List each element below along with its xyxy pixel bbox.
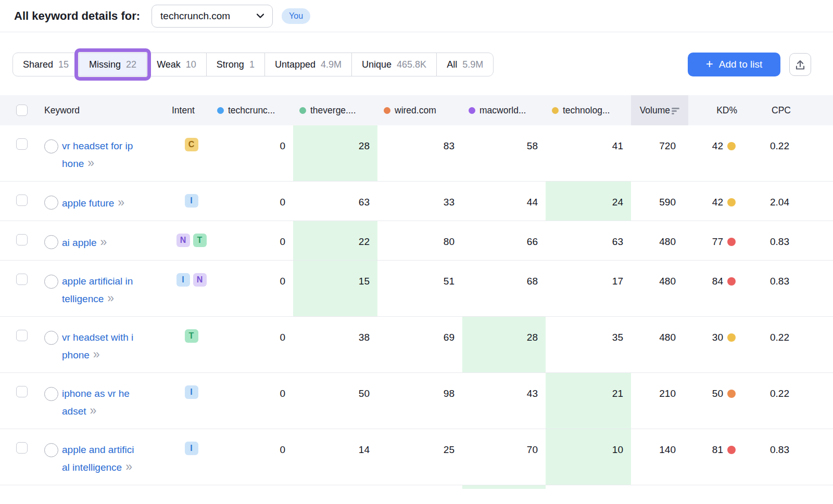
table-header-row: Keyword Intent techcrunc...theverge....w… xyxy=(0,95,833,125)
column-header-keyword[interactable]: Keyword xyxy=(34,105,172,116)
domain-dot-icon xyxy=(552,107,559,114)
expand-keyword-icon[interactable] xyxy=(44,443,58,457)
table-row: ai apple»NT022806663480770.83 xyxy=(0,221,833,261)
column-header-volume[interactable]: Volume xyxy=(631,95,688,125)
keyword-link[interactable]: ai apple» xyxy=(62,234,135,251)
column-header-cpc[interactable]: CPC xyxy=(748,105,802,116)
keyword-cell: apple and artificial intelligence» xyxy=(34,429,172,485)
row-checkbox[interactable] xyxy=(16,195,28,206)
page-title: All keyword details for: xyxy=(14,9,140,23)
position-cell: 10 xyxy=(546,429,631,485)
position-cell: 21 xyxy=(546,373,631,429)
kd-cell: 42 xyxy=(688,182,748,221)
row-checkbox[interactable] xyxy=(16,138,28,150)
intent-badge-t: T xyxy=(185,329,198,343)
keyword-cell: apple future» xyxy=(34,182,172,221)
keyword-link[interactable]: iphone as vr headset» xyxy=(62,385,135,420)
open-keyword-icon[interactable]: » xyxy=(125,460,131,473)
keyword-link[interactable]: vr headset for iphone» xyxy=(62,138,135,172)
expand-keyword-icon[interactable] xyxy=(44,387,58,401)
tab-all[interactable]: All5.9M xyxy=(436,53,494,76)
row-checkbox[interactable] xyxy=(16,234,28,245)
table-body: vr headset for iphone»C028835841720420.2… xyxy=(0,125,833,485)
position-cell: 80 xyxy=(377,221,462,260)
keyword-cell: vr headset with iphone» xyxy=(34,317,172,372)
tab-label: Strong xyxy=(217,59,244,70)
keyword-link[interactable]: apple artificial intelligence» xyxy=(62,273,135,307)
position-cell: 25 xyxy=(377,429,462,485)
kd-value: 42 xyxy=(712,138,723,181)
tab-count: 4.9M xyxy=(321,59,342,70)
tab-untapped[interactable]: Untapped4.9M xyxy=(264,53,352,76)
column-header-technology[interactable]: technolog... xyxy=(546,105,631,116)
column-header-kd[interactable]: KD% xyxy=(688,105,748,116)
row-checkbox[interactable] xyxy=(16,442,28,454)
intent-badge-i: I xyxy=(185,385,198,399)
column-header-intent[interactable]: Intent xyxy=(172,105,211,116)
kd-dot-icon xyxy=(727,142,736,150)
domain-dropdown[interactable]: techcrunch.com xyxy=(152,5,273,28)
tab-count: 15 xyxy=(58,59,69,70)
open-keyword-icon[interactable]: » xyxy=(90,404,95,417)
column-header-theverge[interactable]: theverge.... xyxy=(293,105,377,116)
tab-shared[interactable]: Shared15 xyxy=(12,53,79,76)
kd-value: 77 xyxy=(712,234,723,260)
position-cell: 44 xyxy=(462,182,546,221)
column-header-macworld[interactable]: macworld... xyxy=(462,105,546,116)
intent-cell: IN xyxy=(172,261,211,316)
expand-keyword-icon[interactable] xyxy=(44,235,58,249)
keyword-cell: apple artificial intelligence» xyxy=(34,261,172,316)
select-all-checkbox[interactable] xyxy=(16,105,28,116)
intent-badge-i: I xyxy=(185,194,198,208)
open-keyword-icon[interactable]: » xyxy=(100,235,106,249)
expand-keyword-icon[interactable] xyxy=(44,331,58,345)
cpc-cell: 2.04 xyxy=(748,182,802,221)
row-checkbox[interactable] xyxy=(16,386,28,397)
keyword-cell: vr headset for iphone» xyxy=(34,125,172,181)
tab-count: 5.9M xyxy=(462,59,483,70)
column-header-techcrunch[interactable]: techcrunc... xyxy=(211,105,293,116)
open-keyword-icon[interactable]: » xyxy=(87,156,93,170)
tab-strong[interactable]: Strong1 xyxy=(206,53,265,76)
keyword-link[interactable]: apple future» xyxy=(62,194,135,212)
tab-missing[interactable]: Missing22 xyxy=(79,53,147,76)
position-cell: 41 xyxy=(546,125,631,181)
partial-row xyxy=(0,485,833,489)
kd-dot-icon xyxy=(727,390,736,398)
table-row: apple future»I063334424590422.04 xyxy=(0,182,833,221)
keyword-cell: iphone as vr headset» xyxy=(34,373,172,429)
position-cell: 24 xyxy=(546,182,631,221)
tab-weak[interactable]: Weak10 xyxy=(146,53,207,76)
intent-badge-i: I xyxy=(185,442,198,455)
keyword-link[interactable]: apple and artificial intelligence» xyxy=(62,442,135,476)
you-badge: You xyxy=(282,8,310,24)
kd-cell: 77 xyxy=(688,221,748,260)
column-header-label: technolog... xyxy=(563,105,610,116)
position-cell: 83 xyxy=(377,125,462,181)
position-cell: 28 xyxy=(293,125,377,181)
expand-keyword-icon[interactable] xyxy=(44,275,58,289)
position-cell: 63 xyxy=(293,182,377,221)
tab-unique[interactable]: Unique465.8K xyxy=(351,53,437,76)
row-checkbox[interactable] xyxy=(16,274,28,285)
volume-cell: 590 xyxy=(631,182,688,221)
expand-keyword-icon[interactable] xyxy=(44,139,58,153)
open-keyword-icon[interactable]: » xyxy=(93,347,99,361)
expand-keyword-icon[interactable] xyxy=(44,196,58,210)
open-keyword-icon[interactable]: » xyxy=(118,196,123,209)
table-row: apple and artificial intelligence»I01425… xyxy=(0,429,833,485)
position-cell: 15 xyxy=(293,261,377,316)
upload-icon xyxy=(795,59,805,70)
sort-descending-icon xyxy=(672,108,679,114)
position-cell: 0 xyxy=(211,261,293,316)
table-row: vr headset for iphone»C028835841720420.2… xyxy=(0,125,833,182)
add-to-list-button[interactable]: + Add to list xyxy=(688,53,780,76)
row-checkbox[interactable] xyxy=(16,330,28,341)
intent-badge-n: N xyxy=(193,273,207,287)
cpc-cell: 0.83 xyxy=(748,221,802,260)
keyword-link[interactable]: vr headset with iphone» xyxy=(62,329,135,364)
export-button[interactable] xyxy=(789,53,811,76)
open-keyword-icon[interactable]: » xyxy=(107,291,113,305)
column-header-wired[interactable]: wired.com xyxy=(377,105,462,116)
table-row: vr headset with iphone»T038692835480300.… xyxy=(0,317,833,373)
